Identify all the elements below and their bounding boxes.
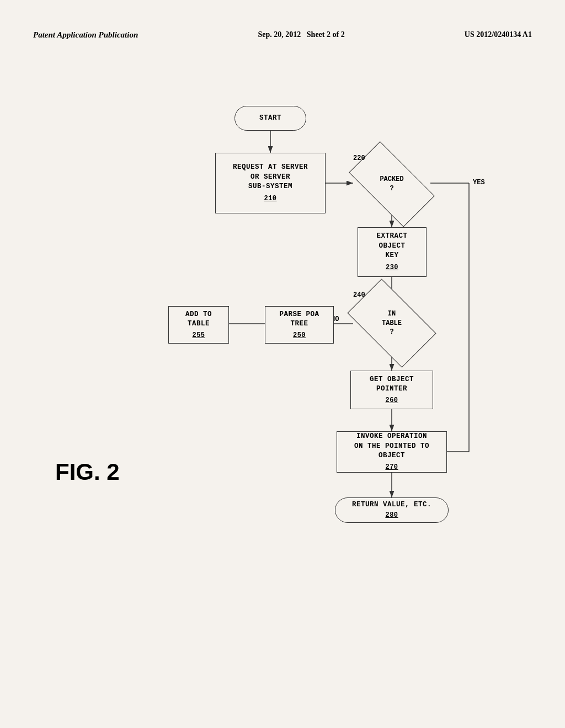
node-230: EXTRACTOBJECTKEY 230 <box>358 227 427 277</box>
header-patent-number: US 2012/0240134 A1 <box>465 30 532 39</box>
node-260: GET OBJECTPOINTER 260 <box>350 371 433 409</box>
ref-220: 220 <box>353 154 365 162</box>
header-publication: Patent Application Publication <box>33 30 138 40</box>
node-210: REQUEST AT SERVEROR SERVERSUB-SYSTEM 210 <box>215 153 326 213</box>
header: Patent Application Publication Sep. 20, … <box>0 0 565 51</box>
node-240: IN TABLE ? <box>353 299 430 347</box>
start-node: START <box>234 106 306 131</box>
page: Patent Application Publication Sep. 20, … <box>0 0 565 728</box>
ref-240: 240 <box>353 291 365 299</box>
node-280: RETURN VALUE, ETC. 280 <box>335 497 449 523</box>
label-yes-220: YES <box>473 179 485 186</box>
flowchart: NO YES NO YES START REQUEST AT SERVEROR … <box>0 56 565 696</box>
fig-label: FIG. 2 <box>55 459 120 485</box>
node-220: PACKED ? <box>353 162 430 206</box>
node-270: INVOKE OPERATIONON THE POINTED TOOBJECT … <box>337 431 447 473</box>
node-250: PARSE POATREE 250 <box>265 306 334 344</box>
arrows-svg <box>0 56 565 696</box>
header-date-sheet: Sep. 20, 2012 Sheet 2 of 2 <box>258 30 345 39</box>
node-255: ADD TOTABLE 255 <box>168 306 229 344</box>
